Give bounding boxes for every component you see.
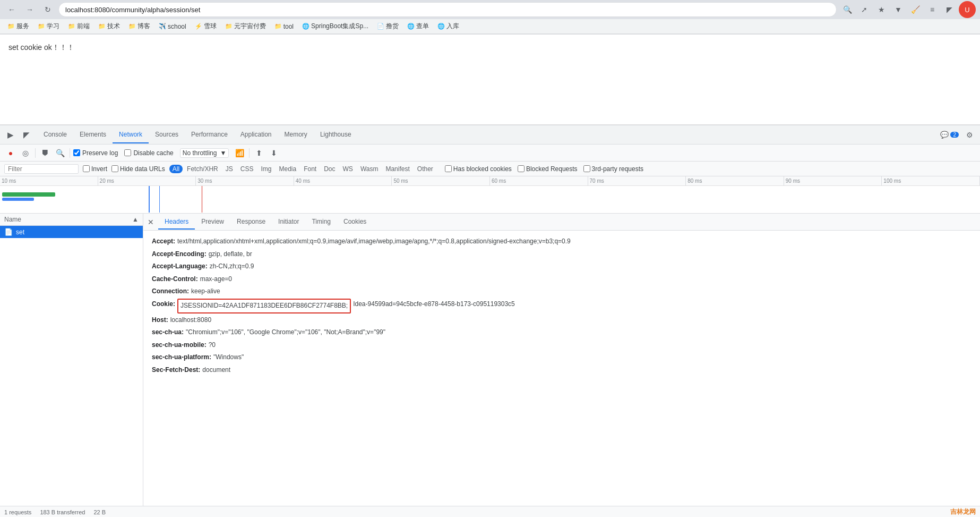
record-btn[interactable]: ● <box>4 147 17 159</box>
throttle-select[interactable]: No throttling ▼ <box>180 148 229 158</box>
third-party-checkbox[interactable] <box>583 165 590 172</box>
springboot-icon: 🌐 <box>302 23 310 30</box>
filter-tab-css[interactable]: CSS <box>237 165 257 173</box>
file-list-item-set[interactable]: 📄 set <box>0 226 143 238</box>
blocked-cookies-checkbox[interactable] <box>445 165 452 172</box>
invert-checkbox[interactable] <box>83 165 90 172</box>
disable-cache-label[interactable]: Disable cache <box>124 149 173 157</box>
bookmark-学习[interactable]: 📁学习 <box>35 21 63 32</box>
filter-tab-doc[interactable]: Doc <box>321 165 338 173</box>
bookmark-雪球[interactable]: ⚡雪球 <box>192 21 220 32</box>
header-name-connection: Connection: <box>152 286 189 298</box>
bookmark-撸货[interactable]: 📄撸货 <box>374 21 402 32</box>
search-icon-btn[interactable]: 🔍 <box>840 2 855 17</box>
filter-tab-img[interactable]: Img <box>257 165 274 173</box>
filter-tab-wasm[interactable]: Wasm <box>357 165 382 173</box>
share-icon-btn[interactable]: ➚ <box>857 2 872 17</box>
hide-data-urls-checkbox[interactable] <box>111 165 118 172</box>
header-connection: Connection: keep-alive <box>152 286 972 298</box>
detail-tab-response[interactable]: Response <box>230 215 272 230</box>
bookmark-school[interactable]: ✈️school <box>156 22 190 31</box>
timeline[interactable]: 10 ms 20 ms 30 ms 40 ms 50 ms 60 ms 70 m… <box>0 176 980 214</box>
filter-tab-media[interactable]: Media <box>276 165 299 173</box>
filter-tab-font[interactable]: Font <box>300 165 320 173</box>
bookmark-技术[interactable]: 📁技术 <box>95 21 123 32</box>
toolbar-separator-3 <box>249 148 250 158</box>
cookie-highlighted-value: JSESSIONID=42AA1DF871183DEE6DFB86CF2774F… <box>177 299 351 313</box>
timeline-marker-2 <box>159 186 160 213</box>
menu-icon-btn[interactable]: ≡ <box>925 2 940 17</box>
detail-tab-preview[interactable]: Preview <box>195 215 230 230</box>
brand-watermark: 吉林龙网 <box>950 507 976 516</box>
tab-performance[interactable]: Performance <box>185 126 234 143</box>
preserve-log-label[interactable]: Preserve log <box>73 149 118 157</box>
devtools-tab-bar: ▶ ◤ Console Elements Network Sources Per… <box>0 125 980 145</box>
tab-elements[interactable]: Elements <box>73 126 113 143</box>
detail-tab-cookies[interactable]: Cookies <box>337 215 373 230</box>
window-btn[interactable]: ◤ <box>942 2 957 17</box>
filter-tab-all[interactable]: All <box>169 165 183 173</box>
bookmark-查单[interactable]: 🌐查单 <box>404 21 432 32</box>
reload-button[interactable]: ↻ <box>40 2 55 17</box>
detail-tab-initiator[interactable]: Initiator <box>272 215 305 230</box>
header-value-sec-fetch-dest: document <box>202 365 230 376</box>
header-host: Host: localhost:8080 <box>152 315 972 326</box>
detail-tab-headers[interactable]: Headers <box>158 215 195 230</box>
filter-toggle-btn[interactable]: ⛊ <box>39 147 51 159</box>
export-btn[interactable]: ⬇ <box>268 147 280 159</box>
invert-checkbox-label[interactable]: Invert <box>83 165 107 173</box>
bookmark-入库[interactable]: 🌐入库 <box>434 21 462 32</box>
profile-icon-btn[interactable]: ▼ <box>891 2 906 17</box>
bookmark-springboot[interactable]: 🌐SpringBoot集成Sp... <box>299 21 372 32</box>
tick-20ms: 20 ms <box>98 176 196 185</box>
bookmark-tool[interactable]: 📁tool <box>271 22 297 31</box>
bookmark-icon-btn[interactable]: ★ <box>874 2 889 17</box>
user-avatar[interactable]: U <box>959 1 976 18</box>
third-party-label[interactable]: 3rd-party requests <box>583 165 643 173</box>
blocked-requests-label[interactable]: Blocked Requests <box>518 165 578 173</box>
bookmark-元宇宙付费[interactable]: 📁元宇宙付费 <box>222 21 269 32</box>
header-name-sec-fetch-dest: Sec-Fetch-Dest: <box>152 365 200 376</box>
filter-tab-js[interactable]: JS <box>222 165 236 173</box>
clear-btn[interactable]: ◎ <box>19 147 32 159</box>
tab-application[interactable]: Application <box>234 126 278 143</box>
preserve-log-checkbox[interactable] <box>73 149 80 156</box>
close-detail-btn[interactable]: ✕ <box>148 218 154 226</box>
filter-tab-other[interactable]: Other <box>414 165 436 173</box>
disable-cache-checkbox[interactable] <box>124 149 131 156</box>
header-value-accept-language: zh-CN,zh;q=0.9 <box>210 261 254 273</box>
doc-icon: 📄 <box>377 23 384 30</box>
detail-tab-timing[interactable]: Timing <box>305 215 337 230</box>
tab-sources[interactable]: Sources <box>149 126 185 143</box>
filter-tab-ws[interactable]: WS <box>340 165 356 173</box>
blocked-cookies-label[interactable]: Has blocked cookies <box>445 165 512 173</box>
tab-memory[interactable]: Memory <box>278 126 314 143</box>
filter-input[interactable] <box>4 164 79 174</box>
tab-network[interactable]: Network <box>113 126 149 143</box>
devtools-device-btn[interactable]: ◤ <box>20 129 33 141</box>
filter-tab-fetch[interactable]: Fetch/XHR <box>184 165 221 173</box>
header-name-sec-ch-ua-platform: sec-ch-ua-platform: <box>152 352 211 363</box>
hide-data-urls-label[interactable]: Hide data URLs <box>111 165 165 173</box>
tab-console[interactable]: Console <box>37 126 73 143</box>
devtools-settings-btn[interactable]: ⚙ <box>963 129 976 141</box>
bookmark-前端[interactable]: 📁前端 <box>65 21 93 32</box>
bookmark-博客[interactable]: 📁博客 <box>125 21 153 32</box>
sort-icon[interactable]: ▲ <box>132 216 139 223</box>
back-button[interactable]: ← <box>4 2 19 17</box>
filter-tab-manifest[interactable]: Manifest <box>382 165 412 173</box>
bookmarks-bar: 📁服务 📁学习 📁前端 📁技术 📁博客 ✈️school ⚡雪球 📁元宇宙付费 … <box>0 19 980 34</box>
address-bar[interactable]: localhost:8080/community/alpha/session/s… <box>58 2 837 17</box>
timeline-ruler: 10 ms 20 ms 30 ms 40 ms 50 ms 60 ms 70 m… <box>0 176 980 186</box>
bookmark-服务[interactable]: 📁服务 <box>4 21 32 32</box>
timeline-bars <box>0 186 980 213</box>
blocked-requests-checkbox[interactable] <box>518 165 525 172</box>
search-toggle-btn[interactable]: 🔍 <box>54 147 66 159</box>
network-conditions-btn[interactable]: 📶 <box>233 147 246 159</box>
extensions-icon-btn[interactable]: 🧹 <box>908 2 923 17</box>
tab-lighthouse[interactable]: Lighthouse <box>314 126 358 143</box>
forward-button[interactable]: → <box>22 2 37 17</box>
devtools-inspect-btn[interactable]: ▶ <box>4 129 17 141</box>
badge-count: 2 <box>950 132 959 138</box>
import-btn[interactable]: ⬆ <box>253 147 265 159</box>
